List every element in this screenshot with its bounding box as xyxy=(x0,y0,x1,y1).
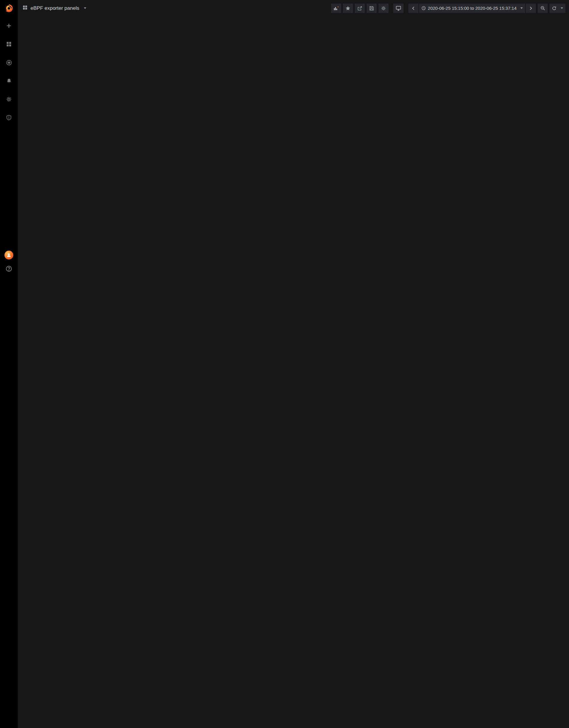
alerting-bell-icon[interactable] xyxy=(0,72,18,90)
grafana-app: eBPF exporter panels 2020-06-25 15:15:00… xyxy=(0,0,569,728)
time-range-label: 2020-06-25 15:15:00 to 2020-06-25 15:37:… xyxy=(428,6,517,11)
plus-icon[interactable] xyxy=(0,17,18,35)
chevron-down-icon xyxy=(520,7,523,9)
star-button[interactable] xyxy=(343,4,353,13)
time-back-button[interactable] xyxy=(408,4,418,13)
dashboard: Node node1Device sda Latenciesbiolatency… xyxy=(18,16,28,21)
chevron-down-icon xyxy=(561,7,563,9)
zoom-out-button[interactable] xyxy=(538,4,548,13)
help-icon[interactable] xyxy=(0,265,18,272)
sidebar xyxy=(0,0,18,728)
navbar: eBPF exporter panels 2020-06-25 15:15:00… xyxy=(18,0,569,16)
chevron-down-icon xyxy=(84,7,86,9)
server-admin-shield-icon[interactable] xyxy=(0,108,18,127)
clock-icon xyxy=(421,6,426,10)
time-range-picker[interactable]: 2020-06-25 15:15:00 to 2020-06-25 15:37:… xyxy=(419,4,525,13)
dashboard-title-button[interactable]: eBPF exporter panels xyxy=(23,5,86,11)
save-button[interactable] xyxy=(367,4,377,13)
explore-compass-icon[interactable] xyxy=(0,53,18,72)
kiosk-mode-button[interactable] xyxy=(393,4,404,13)
page-title: eBPF exporter panels xyxy=(31,5,79,11)
time-forward-button[interactable] xyxy=(526,4,536,13)
share-button[interactable] xyxy=(355,4,365,13)
main-area: eBPF exporter panels 2020-06-25 15:15:00… xyxy=(18,0,569,728)
dashboards-grid-icon[interactable] xyxy=(0,35,18,53)
grafana-logo[interactable] xyxy=(0,0,18,17)
settings-gear-button[interactable] xyxy=(378,4,389,13)
time-controls: 2020-06-25 15:15:00 to 2020-06-25 15:37:… xyxy=(408,4,536,13)
apps-grid-icon xyxy=(23,5,28,11)
configuration-gear-icon[interactable] xyxy=(0,90,18,108)
add-panel-button[interactable] xyxy=(331,4,341,13)
refresh-button[interactable] xyxy=(549,4,565,13)
user-avatar[interactable] xyxy=(0,251,18,260)
